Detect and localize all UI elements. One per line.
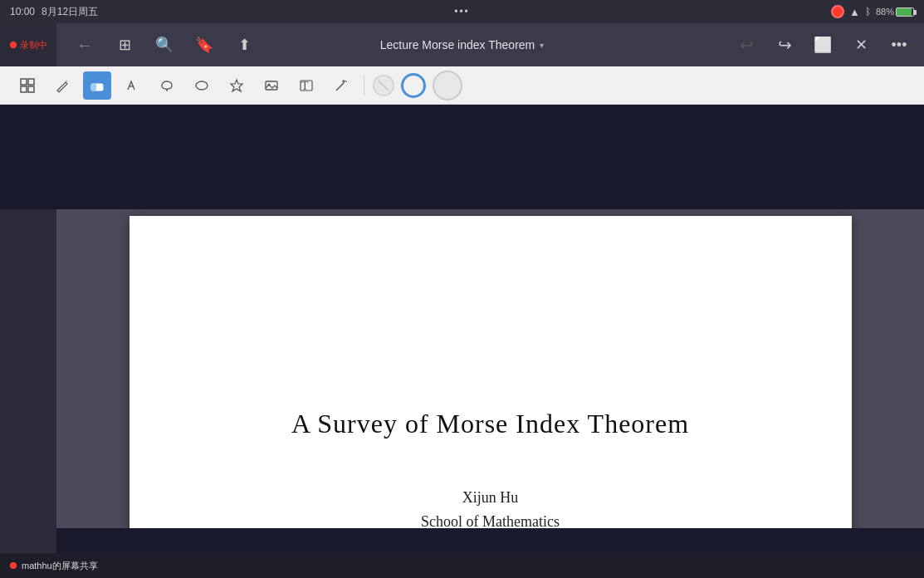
svg-rect-9: [266, 81, 277, 90]
svg-rect-0: [21, 79, 27, 85]
star-tool-button[interactable]: [222, 71, 251, 100]
lasso-icon: [159, 78, 174, 93]
oval-icon: [194, 78, 209, 93]
share-button[interactable]: ⬆: [232, 33, 256, 56]
undo-button[interactable]: ↩: [735, 33, 758, 56]
highlighter-icon: [125, 78, 139, 93]
main-area: A Survey of Morse Index Theorem Xijun Hu…: [0, 105, 924, 553]
toolbar-separator: [364, 76, 364, 96]
pen-icon: [55, 78, 70, 93]
export-button[interactable]: ⬜: [811, 33, 834, 56]
image-tool-button[interactable]: [257, 71, 286, 100]
pdf-author: Xijun Hu: [291, 489, 689, 507]
toolbar-right-buttons: ↩ ↪ ⬜ ✕ •••: [735, 33, 911, 56]
screen-share-label: mathhu的屏幕共享: [10, 560, 98, 572]
close-button[interactable]: ✕: [849, 33, 873, 56]
disabled-icon: [377, 79, 390, 92]
rec-text: 录制中: [20, 39, 47, 51]
title-bar-left: 10:00 8月12日周五: [10, 5, 98, 19]
record-icon[interactable]: [831, 5, 844, 18]
document-title-area[interactable]: Lecture Morse index Theorem ▾: [380, 38, 545, 51]
bookmark-button[interactable]: 🔖: [193, 33, 216, 56]
svg-point-7: [196, 81, 208, 90]
layout-tool-button[interactable]: [13, 71, 42, 100]
wifi-icon: ▲: [849, 6, 860, 18]
pdf-title: A Survey of Morse Index Theorem: [291, 409, 689, 439]
date-display: 8月12日周五: [42, 5, 98, 19]
svg-rect-3: [28, 86, 34, 92]
disabled-color-button[interactable]: [373, 75, 394, 96]
pen-tool-button[interactable]: [48, 71, 76, 100]
svg-rect-2: [21, 86, 27, 92]
pdf-page: A Survey of Morse Index Theorem Xijun Hu…: [130, 216, 852, 528]
grid-view-button[interactable]: ⊞: [113, 33, 136, 56]
recording-indicator: 录制中: [0, 23, 56, 66]
svg-rect-1: [28, 79, 34, 85]
title-bar-dots: •••: [454, 6, 470, 17]
eraser-icon: [90, 78, 105, 93]
battery-display: 88%: [876, 7, 914, 17]
bottom-bar: mathhu的屏幕共享: [0, 553, 924, 578]
blue-color-button[interactable]: [401, 73, 426, 98]
svg-line-16: [345, 81, 347, 82]
oval-tool-button[interactable]: [188, 71, 216, 100]
bluetooth-icon: ᛒ: [865, 6, 871, 17]
text-tool-button[interactable]: T: [292, 71, 320, 100]
star-icon: [229, 78, 244, 93]
title-chevron-icon: ▾: [540, 41, 544, 50]
title-bar-right: ▲ ᛒ 88%: [831, 5, 914, 18]
svg-line-13: [336, 83, 344, 91]
time-display: 10:00: [10, 6, 35, 17]
lasso-tool-button[interactable]: [153, 71, 181, 100]
red-dot-icon: [10, 562, 17, 569]
rec-dot: [10, 42, 17, 48]
layout-icon: [20, 78, 35, 93]
text-icon: T: [299, 78, 314, 93]
gray-color-button[interactable]: [433, 71, 462, 100]
pdf-viewer: A Survey of Morse Index Theorem Xijun Hu…: [56, 209, 924, 528]
svg-line-17: [379, 81, 389, 91]
toolbar-left-buttons: ← ⊞ 🔍 🔖 ⬆: [56, 33, 256, 56]
redo-button[interactable]: ↪: [773, 33, 796, 56]
search-button[interactable]: 🔍: [153, 33, 176, 56]
magic-tool-button[interactable]: [327, 71, 355, 100]
image-icon: [264, 78, 279, 93]
eraser-tool-button[interactable]: [83, 71, 111, 100]
sidebar: [0, 209, 56, 578]
pdf-content: A Survey of Morse Index Theorem Xijun Hu…: [291, 409, 689, 528]
battery-bar: [896, 7, 914, 17]
magic-icon: [334, 78, 349, 93]
svg-marker-8: [231, 80, 242, 91]
document-title: Lecture Morse index Theorem: [380, 38, 535, 51]
title-bar: 10:00 8月12日周五 ••• ▲ ᛒ 88%: [0, 0, 924, 23]
svg-rect-5: [91, 84, 96, 91]
more-options-button[interactable]: •••: [887, 33, 911, 56]
annotation-toolbar: T: [0, 66, 924, 105]
highlighter-tool-button[interactable]: [118, 71, 146, 100]
back-nav-button[interactable]: ←: [73, 33, 96, 56]
pdf-institution: School of Mathematics: [291, 513, 689, 528]
